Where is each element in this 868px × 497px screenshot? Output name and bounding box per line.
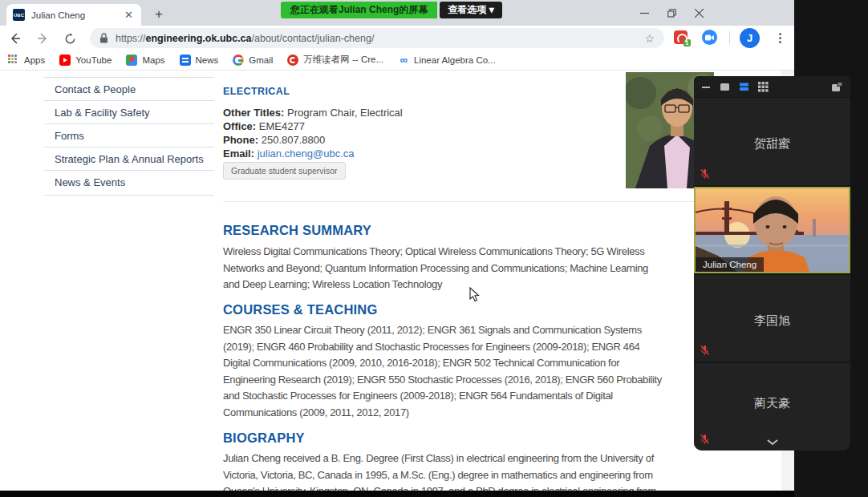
- mouse-cursor: [469, 287, 480, 305]
- courses-teaching-heading: COURSES & TEACHING: [223, 302, 377, 317]
- tab-title: Julian Cheng: [31, 10, 123, 20]
- professor-heading-clipped: PROFESSOR: [223, 71, 303, 73]
- participant-name: 蔺天豪: [694, 396, 850, 411]
- zoom-panel-toolbar: [694, 76, 850, 97]
- ubc-favicon-icon: UBC: [13, 9, 25, 21]
- collapse-strip-chevron-icon[interactable]: [694, 434, 850, 449]
- sidebar-item-news-events[interactable]: News & Events: [44, 170, 214, 196]
- biography-text: Julian Cheng received a B. Eng. Degree (…: [223, 451, 656, 491]
- supervisor-badge: Graduate student supervisor: [223, 162, 346, 180]
- chrome-menu-icon[interactable]: [772, 30, 788, 46]
- participant-name: 贺甜蜜: [694, 136, 850, 152]
- biography-heading: BIOGRAPHY: [223, 430, 305, 446]
- page-content: Contact & People Lab & Facility Safety F…: [0, 71, 794, 491]
- research-summary-text: Wireless Digital Communications Theory; …: [223, 244, 648, 293]
- news-icon: [180, 55, 191, 66]
- zoom-share-banner: 您正在观看Julian Cheng的屏幕 查看选项 ▾: [281, 2, 502, 18]
- lock-icon: [99, 33, 108, 43]
- browser-window: UBC Julian Cheng ✕ +: [0, 0, 794, 497]
- participant-tile-3[interactable]: 李国旭: [694, 275, 850, 362]
- department-link[interactable]: ELECTRICAL: [223, 86, 290, 97]
- minimize-button[interactable]: [631, 0, 658, 26]
- screen-share-letterbox: [0, 491, 794, 497]
- close-button[interactable]: [685, 0, 712, 26]
- sidebar-nav: Contact & People Lab & Facility Safety F…: [44, 77, 214, 196]
- muted-mic-icon: [700, 345, 710, 356]
- bookmark-gmail[interactable]: Gmail: [233, 55, 273, 66]
- reader-extension-icon[interactable]: 1: [674, 30, 688, 44]
- view-options-button[interactable]: 查看选项 ▾: [440, 2, 501, 18]
- maps-icon: [126, 55, 137, 66]
- phone-row: Phone: 250.807.8800: [223, 133, 403, 147]
- zoom-participants-panel: 贺甜蜜: [694, 76, 850, 451]
- bookmark-youtube[interactable]: YouTube: [59, 55, 112, 66]
- restore-button[interactable]: [658, 0, 685, 26]
- panel-minimize-icon[interactable]: [701, 82, 711, 91]
- profile-avatar[interactable]: J: [740, 28, 760, 48]
- sidebar-item-lab-safety[interactable]: Lab & Facility Safety: [44, 100, 214, 123]
- email-link[interactable]: julian.cheng@ubc.ca: [258, 147, 355, 160]
- wanwei-icon: [287, 55, 298, 66]
- extension-badge: 1: [683, 39, 691, 46]
- strip-view-icon[interactable]: [739, 83, 749, 91]
- zoom-extension-icon[interactable]: [702, 30, 717, 45]
- desktop: UBC Julian Cheng ✕ +: [0, 0, 868, 497]
- browser-toolbar: https://engineering.ok.ubc.ca/about/cont…: [0, 26, 794, 50]
- apps-grid-icon: [8, 55, 19, 66]
- bookmark-wanwei[interactable]: 万维读者网 -- Cre...: [287, 54, 383, 66]
- toolbar-divider: [729, 31, 730, 44]
- bookmark-apps[interactable]: Apps: [8, 55, 45, 66]
- window-controls: [631, 0, 712, 26]
- google-g-icon: [233, 55, 244, 66]
- muted-mic-icon: [700, 168, 710, 180]
- bookmark-maps[interactable]: Maps: [126, 55, 164, 66]
- sidebar-item-strategic-plan[interactable]: Strategic Plan & Annual Reports: [44, 147, 214, 170]
- participant-name: 李国旭: [694, 313, 850, 329]
- sidebar-item-contact-people[interactable]: Contact & People: [44, 77, 214, 100]
- bookmark-news[interactable]: News: [180, 55, 219, 66]
- tab-close-icon[interactable]: ✕: [123, 9, 135, 21]
- share-message: 您正在观看Julian Cheng的屏幕: [281, 2, 437, 18]
- address-bar[interactable]: https://engineering.ok.ubc.ca/about/cont…: [90, 28, 664, 48]
- reload-icon[interactable]: [59, 28, 80, 49]
- gallery-view-icon[interactable]: [758, 82, 769, 92]
- participant-tile-julian-video[interactable]: Julian Cheng: [694, 187, 850, 273]
- courses-teaching-text: ENGR 350 Linear Circuit Theory (2011, 20…: [223, 322, 662, 421]
- participant-name: Julian Cheng: [696, 257, 764, 272]
- bookmark-linear-algebra[interactable]: ∞Linear Algebra Co...: [398, 55, 496, 66]
- infinity-icon: ∞: [398, 55, 409, 66]
- back-icon[interactable]: [5, 28, 26, 49]
- url-text: https://engineering.ok.ubc.ca/about/cont…: [116, 33, 644, 44]
- youtube-icon: [59, 55, 71, 66]
- browser-tab[interactable]: UBC Julian Cheng ✕: [6, 4, 141, 26]
- participant-tile-4[interactable]: 蔺天豪: [694, 363, 850, 451]
- email-row: Email: julian.cheng@ubc.ca: [223, 147, 403, 160]
- participant-tile-1[interactable]: 贺甜蜜: [694, 98, 850, 185]
- popout-layout-icon[interactable]: [831, 82, 843, 92]
- forward-icon[interactable]: [32, 28, 53, 49]
- contact-info: Other Titles: Program Chair, Electrical …: [223, 106, 403, 160]
- bookmark-star-icon[interactable]: ☆: [644, 32, 655, 45]
- new-tab-button[interactable]: +: [149, 5, 168, 24]
- other-titles-row: Other Titles: Program Chair, Electrical: [223, 106, 403, 119]
- office-row: Office: EME4277: [223, 119, 403, 133]
- research-summary-heading: RESEARCH SUMMARY: [223, 223, 371, 238]
- speaker-view-icon[interactable]: [720, 83, 730, 91]
- sidebar-item-forms[interactable]: Forms: [44, 123, 214, 147]
- bookmarks-bar: Apps YouTube Maps News Gmail 万维读者网 -- Cr…: [0, 50, 794, 71]
